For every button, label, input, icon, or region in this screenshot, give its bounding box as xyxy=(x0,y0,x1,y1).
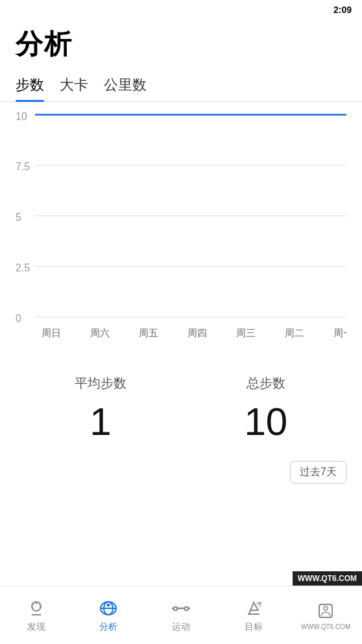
stat-average-steps: 平均步数 1 xyxy=(75,375,127,441)
nav-analysis[interactable]: 分析 xyxy=(73,598,145,633)
nav-goal-label: 目标 xyxy=(245,621,263,633)
nav-profile[interactable]: WWW.QT6.COM xyxy=(289,600,362,630)
tab-bar: 步数 大卡 公里数 xyxy=(0,62,362,102)
svg-text:周一: 周一 xyxy=(333,328,346,338)
svg-text:周日: 周日 xyxy=(42,328,61,338)
svg-text:周三: 周三 xyxy=(236,328,256,338)
nav-analysis-label: 分析 xyxy=(99,621,117,633)
chart-svg: 10 7.5 5 2.5 0 周日 周六 周五 周四 周三 周二 周一 xyxy=(16,108,346,349)
bottom-nav: 发现 分析 运动 xyxy=(0,586,362,644)
nav-exercise[interactable]: 运动 xyxy=(145,598,217,633)
svg-text:2.5: 2.5 xyxy=(16,262,30,273)
svg-text:5: 5 xyxy=(16,212,21,223)
status-bar: 2:09 xyxy=(0,0,362,19)
tab-kilometers[interactable]: 公里数 xyxy=(104,75,147,101)
svg-text:0: 0 xyxy=(16,313,21,324)
avg-steps-value: 1 xyxy=(90,402,111,441)
nav-goal[interactable]: 目标 xyxy=(217,598,290,633)
exercise-icon xyxy=(171,598,191,619)
profile-icon xyxy=(315,600,336,621)
svg-point-36 xyxy=(324,606,328,610)
svg-rect-29 xyxy=(174,607,177,610)
svg-text:周二: 周二 xyxy=(285,328,304,338)
header: 分析 xyxy=(0,19,362,62)
analysis-icon xyxy=(98,598,119,619)
total-steps-value: 10 xyxy=(244,402,287,441)
nav-profile-label: WWW.QT6.COM xyxy=(301,623,350,630)
nav-exercise-label: 运动 xyxy=(172,621,190,633)
svg-text:10: 10 xyxy=(16,111,27,122)
svg-text:7.5: 7.5 xyxy=(16,162,30,173)
svg-rect-30 xyxy=(185,607,188,610)
nav-discover-label: 发现 xyxy=(27,621,45,633)
nav-discover[interactable]: 发现 xyxy=(0,598,73,633)
avg-steps-label: 平均步数 xyxy=(75,375,127,392)
stats-section: 平均步数 1 总步数 10 xyxy=(0,349,362,454)
watermark: WWW.QT6.COM xyxy=(293,571,362,586)
chart-container: 10 7.5 5 2.5 0 周日 周六 周五 周四 周三 周二 周一 xyxy=(16,102,346,349)
page-title: 分析 xyxy=(16,26,346,62)
stat-total-steps: 总步数 10 xyxy=(244,375,287,441)
svg-text:周四: 周四 xyxy=(187,328,207,338)
tab-steps[interactable]: 步数 xyxy=(16,75,44,101)
tab-calories[interactable]: 大卡 xyxy=(60,75,88,101)
svg-text:周六: 周六 xyxy=(90,328,110,338)
svg-text:周五: 周五 xyxy=(139,328,158,338)
discover-icon xyxy=(26,598,47,619)
svg-point-28 xyxy=(107,604,110,606)
total-steps-label: 总步数 xyxy=(247,375,285,392)
period-button[interactable]: 过去7天 xyxy=(290,461,346,484)
goal-icon xyxy=(243,598,264,619)
status-time: 2:09 xyxy=(333,5,352,15)
period-selector: 过去7天 xyxy=(0,454,362,490)
